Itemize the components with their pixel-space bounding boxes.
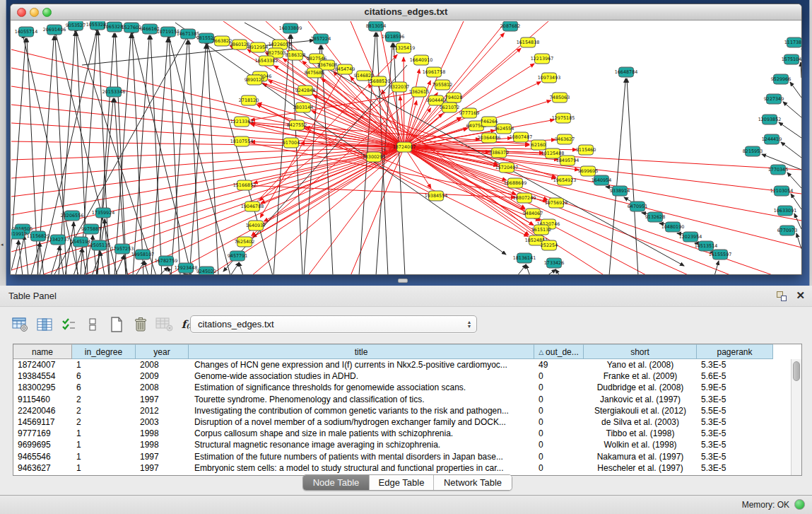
graph-node[interactable]: 9245022	[196, 267, 216, 274]
table-row[interactable]: 969969511998Structural magnetic resonanc…	[13, 439, 801, 450]
graph-node[interactable]: 1640937	[246, 221, 266, 230]
network-graph-canvas[interactable]: 1405571420691406905352710553287106532871…	[11, 21, 801, 274]
graph-node[interactable]: 8186328	[286, 50, 305, 60]
graph-node[interactable]: 6770973	[777, 226, 797, 235]
citation-edge-black[interactable]	[133, 35, 149, 274]
graph-node[interactable]: 9484067	[523, 209, 543, 218]
graph-node[interactable]: 16782759	[155, 256, 178, 266]
citation-edge-black[interactable]	[790, 82, 801, 98]
citation-edge-red[interactable]	[11, 147, 404, 215]
column-header-name[interactable]: name	[13, 344, 72, 359]
column-header-short[interactable]: short	[584, 344, 697, 359]
graph-node[interactable]: 1575104	[782, 54, 801, 64]
graph-node[interactable]: 18807249	[513, 193, 536, 203]
citation-edge-black[interactable]	[239, 262, 243, 274]
graph-node[interactable]: 12923448	[175, 263, 198, 273]
graph-node[interactable]: 9890127	[245, 75, 264, 85]
citation-edge-black[interactable]	[144, 261, 148, 274]
graph-node[interactable]: 19958107	[131, 250, 155, 259]
graph-node[interactable]: 8475685	[305, 68, 324, 78]
graph-node[interactable]: 9338914	[610, 186, 630, 196]
graph-node[interactable]: 14055714	[15, 27, 38, 37]
table-row[interactable]: 911546021997Tourette syndrome. Phenomeno…	[13, 394, 801, 405]
column-header-indegree[interactable]: in_degree	[72, 344, 136, 359]
network-window-titlebar[interactable]: citations_edges.txt	[11, 4, 801, 21]
table-row[interactable]: 1938455462009Genome-wide association stu…	[13, 370, 801, 382]
graph-node[interactable]: 6470951	[628, 201, 647, 211]
graph-node[interactable]: 10973493	[538, 73, 561, 83]
graph-node[interactable]: 9227349	[764, 94, 784, 104]
graph-node[interactable]: 9699695	[578, 166, 598, 176]
citation-edge-black[interactable]	[171, 40, 187, 274]
table-selector-dropdown[interactable]: citations_edges.txt ▲▼	[190, 315, 477, 333]
citation-edge-black[interactable]	[151, 38, 167, 274]
table-row[interactable]: 977716911998Corpus callosum shape and si…	[13, 428, 801, 439]
graph-node[interactable]: 8322037	[389, 82, 409, 92]
graph-node[interactable]: 9529966	[771, 74, 791, 84]
graph-node[interactable]: 8813054	[366, 21, 386, 31]
table-settings-icon[interactable]	[10, 314, 31, 335]
graph-node[interactable]: 746266	[481, 117, 498, 127]
graph-node[interactable]: 9463627	[555, 134, 575, 144]
column-header-title[interactable]: title	[189, 344, 534, 359]
graph-node[interactable]: 9242848	[295, 86, 315, 95]
graph-node[interactable]: 12093852	[758, 115, 782, 124]
graph-node[interactable]: 20153346	[102, 87, 126, 97]
float-window-icon[interactable]	[777, 291, 787, 301]
graph-node[interactable]: 2087682	[500, 21, 520, 31]
graph-node[interactable]: 16033809	[279, 23, 302, 33]
graph-node[interactable]: 8454749	[335, 64, 355, 74]
citation-edge-black[interactable]	[291, 35, 302, 274]
citation-edge-black[interactable]	[783, 102, 801, 117]
graph-node[interactable]: 9457791	[228, 251, 247, 261]
citation-edge-black[interactable]	[131, 30, 192, 274]
graph-node[interactable]: 19654923	[553, 175, 577, 185]
citation-edge-red[interactable]	[11, 105, 404, 147]
graph-node[interactable]: 10807487	[510, 132, 533, 142]
tab-network-table[interactable]: Network Table	[434, 475, 512, 490]
graph-node[interactable]: 7386372	[489, 148, 509, 158]
graph-node[interactable]: 10480190	[661, 222, 685, 232]
graph-node[interactable]: 8215953	[743, 146, 763, 156]
graph-node[interactable]: 12103054	[770, 186, 794, 196]
graph-node[interactable]: 11325419	[392, 43, 416, 53]
graph-node[interactable]: 7857224	[311, 34, 331, 44]
graph-node[interactable]: 12342737	[47, 235, 70, 245]
tab-node-table[interactable]: Node Table	[303, 475, 370, 490]
table-vertical-scrollbar[interactable]	[791, 359, 801, 475]
graph-node[interactable]: 10633091	[774, 206, 797, 216]
graph-node[interactable]: 12975185	[552, 113, 575, 123]
graph-node[interactable]: 16640910	[410, 55, 433, 65]
graph-node[interactable]: 9975887	[81, 224, 101, 234]
column-visibility-icon[interactable]	[34, 314, 55, 335]
graph-node[interactable]: 1362615	[409, 87, 429, 97]
scrollbar-thumb[interactable]	[793, 361, 800, 381]
citation-edge-black[interactable]	[609, 78, 625, 274]
graph-node[interactable]: 62160	[531, 140, 546, 150]
citation-edge-red[interactable]	[404, 57, 404, 147]
graph-node[interactable]: 10688609	[504, 178, 527, 188]
graph-node[interactable]: 19218596	[382, 32, 405, 42]
graph-node[interactable]: 1615132	[531, 225, 551, 235]
citation-edge-black[interactable]	[189, 45, 206, 274]
graph-node[interactable]: 9132628	[645, 212, 665, 222]
graph-node[interactable]: 16961758	[423, 67, 446, 77]
citation-edge-black[interactable]	[100, 252, 105, 274]
panel-splitter-handle[interactable]	[398, 279, 408, 283]
graph-node[interactable]: 9115460	[576, 145, 596, 155]
graph-node[interactable]: 20691406	[43, 25, 66, 35]
column-header-outde[interactable]: △out_de...	[534, 344, 584, 359]
table-row[interactable]: 1830029562008Estimation of significance …	[13, 382, 801, 393]
splitter-arrow-icon[interactable]: ◂	[1, 242, 6, 248]
column-header-pagerank[interactable]: pagerank	[697, 344, 773, 359]
graph-node[interactable]: 252254	[541, 240, 558, 250]
graph-node[interactable]: 1640954	[592, 175, 611, 185]
graph-node[interactable]: 7625402	[235, 237, 254, 247]
graph-node[interactable]: 1527602	[122, 23, 141, 33]
table-row[interactable]: 2242004622012Investigating the contribut…	[13, 405, 801, 416]
citation-edge-red[interactable]	[404, 147, 801, 247]
citation-edge-black[interactable]	[627, 78, 638, 274]
select-all-icon[interactable]	[58, 314, 79, 335]
citation-edge-black[interactable]	[526, 264, 530, 274]
citation-edge-black[interactable]	[787, 173, 801, 188]
